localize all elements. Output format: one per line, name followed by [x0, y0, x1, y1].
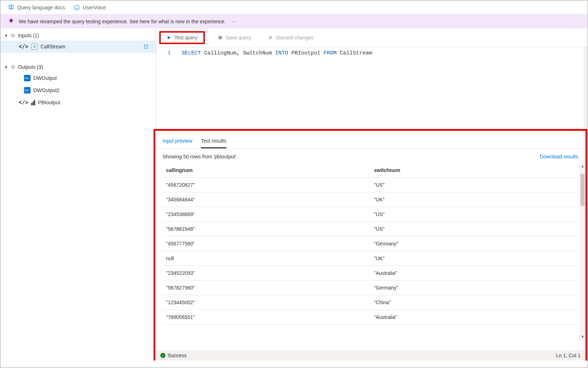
code-line: SELECT CallingNum, SwitchNum INTO PBIout… — [182, 49, 372, 128]
output-label: PBIoutput — [38, 100, 60, 105]
table-cell: "Germany" — [371, 281, 579, 295]
code-bracket-icon: </> — [19, 99, 28, 106]
uservoice-link[interactable]: UserVoice — [74, 4, 106, 11]
tab-input-preview[interactable]: Input preview — [163, 138, 192, 148]
table-cell: "345684644" — [163, 192, 371, 207]
kw-select: SELECT — [182, 50, 201, 56]
save-query-button[interactable]: Save query — [213, 33, 255, 43]
test-query-label: Test query — [174, 35, 198, 40]
line-number: 1 — [168, 50, 171, 56]
table-cell: "567827960" — [163, 281, 371, 295]
line-gutter: 1 — [156, 49, 182, 128]
table-row[interactable]: "123445002""China" — [163, 295, 578, 310]
results-panel: Input preview Test results Showing 50 ro… — [154, 129, 587, 360]
table-row[interactable]: null"UK" — [163, 251, 578, 266]
table-cell: "China" — [371, 295, 579, 310]
inputs-header[interactable]: ▼ Inputs (1) — [1, 30, 156, 40]
save-icon — [218, 35, 223, 40]
kw-from: FROM — [324, 50, 337, 56]
results-summary: Showing 50 rows from 'pbioutput'. — [163, 154, 237, 159]
save-query-label: Save query — [226, 35, 251, 40]
col-callingnum[interactable]: callingnum — [163, 163, 371, 178]
inputs-label: Inputs (1) — [18, 33, 39, 38]
scroll-up-icon[interactable]: ▲ — [581, 164, 584, 168]
col-switchnum[interactable]: switchnum — [371, 163, 579, 178]
caret-down-icon: ▼ — [4, 65, 8, 69]
smile-icon — [74, 4, 80, 11]
info-banner: We have revamped the query testing exper… — [1, 15, 587, 28]
ident-source: CallStream — [340, 50, 372, 56]
table-cell: "US" — [371, 222, 579, 236]
table-row[interactable]: "456777560""Germany" — [163, 236, 578, 251]
book-icon — [8, 4, 14, 11]
table-row[interactable]: "234522093""Australia" — [163, 266, 578, 281]
note-icon — [143, 44, 149, 49]
inputs-icon — [10, 33, 16, 38]
editor-toolbar: Test query Save query Discard changes — [156, 28, 587, 47]
results-table-wrap: callingnum switchnum "456720827""US""345… — [155, 163, 585, 350]
banner-text: We have revamped the query testing exper… — [19, 19, 226, 24]
kw-into: INTO — [275, 50, 288, 56]
table-cell: "567881948" — [163, 222, 371, 236]
status-left: ✓ Success — [160, 353, 187, 358]
arrow-right-icon[interactable]: → — [231, 19, 236, 24]
sql-db-icon — [24, 75, 30, 81]
sidebar-input-callstream[interactable]: </> CallStream — [1, 40, 156, 53]
svg-point-0 — [74, 5, 79, 10]
sidebar: ▼ Inputs (1) </> CallStream ▼ Outputs (3… — [1, 28, 156, 360]
table-cell: "123445002" — [163, 295, 371, 310]
table-row[interactable]: "456720827""US" — [163, 178, 578, 192]
test-query-button[interactable]: Test query — [159, 31, 205, 44]
sql-db-icon — [24, 87, 30, 94]
sidebar-output-pbioutput[interactable]: </> PBIoutput — [1, 96, 156, 109]
sidebar-output-dwoutput[interactable]: DWOutput — [1, 72, 156, 84]
input-label: CallStream — [41, 44, 65, 49]
status-bar: ✓ Success Ln 1, Col 1 — [155, 350, 585, 360]
ident-col2: SwitchNum — [243, 50, 272, 56]
table-cell: "Australia" — [371, 266, 579, 281]
ident-col1: CallingNum — [204, 50, 236, 56]
output-label: DWOutput2 — [33, 87, 60, 93]
query-language-docs-link[interactable]: Query language docs — [8, 4, 65, 11]
table-cell: "US" — [371, 178, 579, 192]
table-row[interactable]: "789056551""Australia" — [163, 310, 578, 325]
tab-test-results[interactable]: Test results — [201, 138, 226, 148]
outputs-label: Outputs (3) — [18, 64, 43, 70]
table-row[interactable]: "567881948""US" — [163, 222, 578, 236]
status-text: Success — [168, 353, 187, 358]
table-cell: "456777560" — [163, 236, 371, 251]
caret-down-icon: ▼ — [4, 34, 8, 38]
outputs-header[interactable]: ▼ Outputs (3) — [1, 62, 156, 72]
discard-changes-button[interactable]: Discard changes — [264, 33, 317, 43]
play-icon — [166, 35, 171, 40]
stream-icon — [31, 43, 38, 50]
code-bracket-icon: </> — [19, 43, 28, 50]
table-row[interactable]: "234538669""US" — [163, 207, 578, 222]
table-row[interactable]: "345684644""UK" — [163, 192, 578, 207]
results-scrollbar[interactable]: ▲ ▼ — [580, 163, 585, 340]
table-cell: "Australia" — [371, 310, 579, 325]
discard-label: Discard changes — [276, 35, 313, 40]
table-cell: "UK" — [371, 192, 579, 207]
table-cell: "234538669" — [163, 207, 371, 222]
table-cell: "789056551" — [163, 310, 371, 325]
sidebar-output-dwoutput2[interactable]: DWOutput2 — [1, 84, 156, 96]
results-header: Showing 50 rows from 'pbioutput'. Downlo… — [155, 149, 585, 163]
svg-rect-3 — [144, 45, 147, 49]
table-cell: "US" — [371, 207, 579, 222]
scrollbar-thumb[interactable] — [580, 174, 585, 206]
svg-point-2 — [77, 7, 78, 8]
svg-point-1 — [76, 7, 76, 8]
table-cell: null — [163, 251, 371, 266]
results-tabs: Input preview Test results — [155, 131, 585, 149]
rocket-icon — [8, 18, 14, 25]
scroll-down-icon[interactable]: ▼ — [581, 335, 584, 339]
powerbi-icon — [31, 100, 35, 105]
download-results-link[interactable]: Download results — [540, 154, 578, 159]
top-bar: Query language docs UserVoice — [1, 1, 587, 15]
editor-area: Test query Save query Discard changes 1 … — [156, 28, 587, 360]
code-editor[interactable]: 1 SELECT CallingNum, SwitchNum INTO PBIo… — [156, 47, 587, 129]
table-row[interactable]: "567827960""Germany" — [163, 281, 578, 295]
outputs-icon — [10, 64, 16, 70]
results-table: callingnum switchnum "456720827""US""345… — [163, 163, 578, 325]
